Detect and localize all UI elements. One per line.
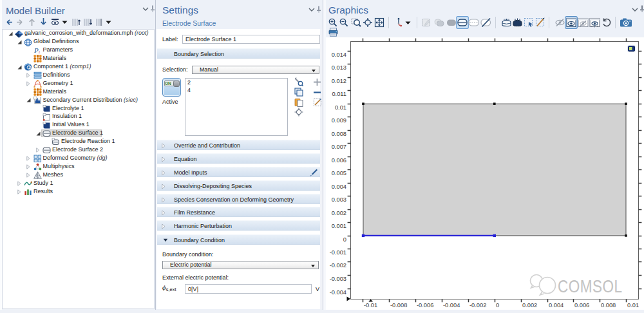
svg-text:-0.006: -0.006 [417,302,433,308]
svg-text:-0.008: -0.008 [390,302,407,308]
svg-text:0.009: 0.009 [332,117,346,124]
svg-text:-0.01: -0.01 [364,302,377,308]
svg-text:0.005: 0.005 [332,170,346,176]
svg-text:0.012: 0.012 [332,78,346,84]
svg-text:-0.004: -0.004 [330,289,346,296]
svg-text:0.013: 0.013 [332,64,346,71]
svg-text:0.002: 0.002 [522,302,537,308]
svg-text:0.001: 0.001 [332,223,346,229]
svg-text:0.004: 0.004 [549,302,564,308]
svg-text:0.003: 0.003 [332,196,346,203]
svg-text:0.01: 0.01 [627,302,639,308]
svg-text:0: 0 [343,236,346,243]
svg-text:0.002: 0.002 [332,210,346,216]
svg-text:COMSOL: COMSOL [558,276,622,296]
svg-text:0: 0 [496,302,499,308]
svg-text:0.008: 0.008 [332,131,346,137]
svg-text:-0.002: -0.002 [330,262,346,269]
svg-text:0.006: 0.006 [574,302,589,308]
svg-text:0.007: 0.007 [332,144,346,150]
svg-text:-0.004: -0.004 [443,302,460,308]
svg-text:0.008: 0.008 [601,302,616,308]
svg-text:P: P [33,46,39,54]
svg-text:0.006: 0.006 [332,157,346,164]
svg-text:-0.003: -0.003 [330,276,346,282]
svg-text:-0.001: -0.001 [330,249,346,256]
svg-text:i: i [39,50,40,55]
svg-text:0.01: 0.01 [335,104,346,111]
svg-text:0.011: 0.011 [332,91,346,97]
svg-text:-0.002: -0.002 [469,302,486,308]
svg-text:0.004: 0.004 [332,184,346,190]
svg-text:0.014: 0.014 [332,52,346,58]
